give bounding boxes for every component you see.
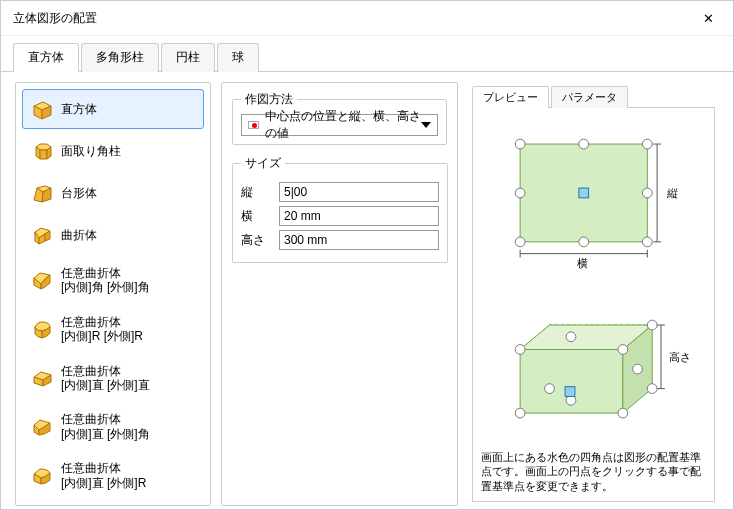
shape-label: 面取り角柱 bbox=[61, 144, 121, 158]
method-legend: 作図方法 bbox=[241, 91, 297, 108]
shape-item-arb-choku-kaku[interactable]: 任意曲折体 [内側]直 [外側]角 bbox=[22, 403, 204, 450]
shape-item-arb-kaku[interactable]: 任意曲折体 [内側]角 [外側]角 bbox=[22, 257, 204, 304]
svg-point-17 bbox=[579, 237, 589, 247]
svg-point-38 bbox=[515, 408, 525, 418]
size-row-height: 高さ bbox=[241, 230, 439, 250]
method-select[interactable]: 中心点の位置と縦、横、高さの値 bbox=[241, 114, 438, 136]
size-label-depth: 縦 bbox=[241, 184, 271, 201]
svg-point-40 bbox=[647, 384, 657, 394]
jp-flag-icon bbox=[248, 121, 259, 129]
shape-label: 任意曲折体 [内側]角 [外側]角 bbox=[61, 266, 150, 295]
options-panel: 作図方法 中心点の位置と縦、横、高さの値 サイズ 縦 横 高さ bbox=[221, 82, 458, 506]
size-input-height[interactable] bbox=[279, 230, 439, 250]
shape-item-arb-choku[interactable]: 任意曲折体 [内側]直 [外側]直 bbox=[22, 355, 204, 402]
shape-list: 直方体 面取り角柱 台形体 曲折体 bbox=[15, 82, 211, 506]
shape-item-arb-choku-r[interactable]: 任意曲折体 [内側]直 [外側]R bbox=[22, 452, 204, 499]
chevron-down-icon bbox=[421, 122, 431, 128]
svg-point-37 bbox=[647, 320, 657, 330]
svg-point-35 bbox=[515, 345, 525, 355]
trapezoid-icon bbox=[31, 182, 53, 204]
svg-point-14 bbox=[515, 188, 525, 198]
top-tabs: 直方体 多角形柱 円柱 球 bbox=[1, 36, 733, 72]
tab-polyprism[interactable]: 多角形柱 bbox=[81, 43, 159, 72]
size-input-depth[interactable] bbox=[279, 182, 439, 202]
close-button[interactable]: ✕ bbox=[693, 7, 723, 29]
svg-text:横: 横 bbox=[577, 257, 588, 269]
shape-label: 任意曲折体 [内側]直 [外側]角 bbox=[61, 412, 150, 441]
shape-item-arb-r[interactable]: 任意曲折体 [内側]R [外側]R bbox=[22, 306, 204, 353]
svg-point-39 bbox=[618, 408, 628, 418]
shape-label: 任意曲折体 [内側]R [外側]R bbox=[61, 315, 143, 344]
svg-point-13 bbox=[642, 139, 652, 149]
size-row-width: 横 bbox=[241, 206, 439, 226]
tab-parameter[interactable]: パラメータ bbox=[551, 86, 628, 108]
method-value: 中心点の位置と縦、横、高さの値 bbox=[265, 108, 431, 142]
shape-label: 直方体 bbox=[61, 102, 97, 116]
arbitrary-bent-straight-icon bbox=[31, 367, 53, 389]
shape-item-chamfer[interactable]: 面取り角柱 bbox=[22, 131, 204, 171]
shape-label: 任意曲折体 [内側]直 [外側]R bbox=[61, 461, 146, 490]
svg-point-41 bbox=[545, 384, 555, 394]
tab-cuboid[interactable]: 直方体 bbox=[13, 43, 79, 72]
svg-point-16 bbox=[515, 237, 525, 247]
svg-text:縦: 縦 bbox=[666, 187, 678, 199]
bent-solid-icon bbox=[31, 224, 53, 246]
cuboid-icon bbox=[31, 98, 53, 120]
tab-preview[interactable]: プレビュー bbox=[472, 86, 549, 108]
preview-help: 画面上にある水色の四角点は図形の配置基準点です。画面上の円点をクリックする事で配… bbox=[481, 446, 706, 493]
preview-svg: 縦 横 bbox=[481, 116, 706, 446]
shape-label: 台形体 bbox=[61, 186, 97, 200]
svg-point-12 bbox=[579, 139, 589, 149]
tab-sphere[interactable]: 球 bbox=[217, 43, 259, 72]
dialog-title: 立体図形の配置 bbox=[13, 10, 97, 27]
size-row-depth: 縦 bbox=[241, 182, 439, 202]
anchor-point-top[interactable] bbox=[579, 188, 589, 198]
arbitrary-bent-sk-icon bbox=[31, 416, 53, 438]
svg-text:高さ: 高さ bbox=[669, 351, 691, 363]
size-label-height: 高さ bbox=[241, 232, 271, 249]
svg-point-44 bbox=[633, 364, 643, 374]
shape-item-cuboid[interactable]: 直方体 bbox=[22, 89, 204, 129]
tab-cylinder[interactable]: 円柱 bbox=[161, 43, 215, 72]
svg-point-15 bbox=[642, 188, 652, 198]
arbitrary-bent-r-icon bbox=[31, 318, 53, 340]
svg-point-36 bbox=[618, 345, 628, 355]
chamfer-prism-icon bbox=[31, 140, 53, 162]
size-fieldset: サイズ 縦 横 高さ bbox=[232, 155, 448, 263]
preview-panel: プレビュー パラメータ 縦 bbox=[468, 82, 719, 506]
svg-marker-5 bbox=[40, 150, 47, 159]
anchor-point-3d[interactable] bbox=[565, 387, 575, 397]
method-fieldset: 作図方法 中心点の位置と縦、横、高さの値 bbox=[232, 91, 447, 145]
size-input-width[interactable] bbox=[279, 206, 439, 226]
shape-label: 任意曲折体 [内側]直 [外側]直 bbox=[61, 364, 150, 393]
svg-point-18 bbox=[642, 237, 652, 247]
svg-point-42 bbox=[566, 332, 576, 342]
shape-label: 曲折体 bbox=[61, 228, 97, 242]
shape-item-bent[interactable]: 曲折体 bbox=[22, 215, 204, 255]
shape-item-trapezoid[interactable]: 台形体 bbox=[22, 173, 204, 213]
svg-point-11 bbox=[515, 139, 525, 149]
size-legend: サイズ bbox=[241, 155, 285, 172]
arbitrary-bent-sr-icon bbox=[31, 465, 53, 487]
arbitrary-bent-icon bbox=[31, 269, 53, 291]
size-label-width: 横 bbox=[241, 208, 271, 225]
